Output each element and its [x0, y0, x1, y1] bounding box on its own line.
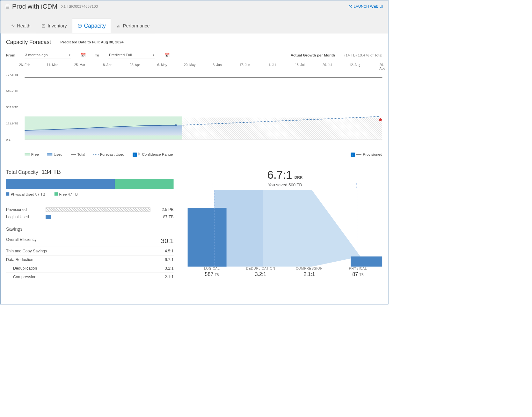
predicted-date-full: Predicted Date to Full: Aug 30, 2024 — [60, 40, 123, 44]
x-tick: 26. Aug — [379, 63, 385, 70]
drr-stage-logical: LOGICAL 587 TB — [187, 267, 236, 278]
x-tick: 29. Jul — [323, 63, 332, 67]
savings-dedup-label: Deduplication — [6, 266, 37, 271]
calendar-icon[interactable]: 📅 — [81, 53, 86, 58]
x-tick: 1. Jul — [268, 63, 276, 67]
drr-ratio: 6.7:1DRR — [267, 169, 303, 181]
svg-rect-2 — [6, 7, 9, 8]
legend-total[interactable]: Total — [71, 153, 85, 157]
drr-stage-comp: COMPRESSION 2.1:1 — [285, 267, 334, 278]
health-icon — [11, 24, 15, 28]
from-label: From — [6, 53, 15, 57]
drr-funnel-chart — [187, 190, 382, 267]
launch-web-ui-link[interactable]: LAUNCH WEB UI — [348, 4, 383, 9]
legend-forecast-used[interactable]: Forecast Used — [94, 153, 124, 157]
y-tick: 545.7 TB — [6, 89, 18, 93]
tabs: Health Inventory Capacity Performance — [5, 19, 383, 33]
savings-overall-value: 30:1 — [161, 237, 174, 245]
drr-stage-dedup: DEDUPLICATION 3.2:1 — [236, 267, 285, 278]
used-line — [25, 124, 182, 136]
chevron-down-icon: ▼ — [69, 54, 71, 56]
legend-confidence[interactable]: ✓Confidence Range — [133, 152, 173, 157]
savings-dedup-value: 3.2:1 — [165, 266, 174, 271]
svg-rect-14 — [351, 257, 382, 267]
free-legend: Free 47 TB — [55, 192, 78, 197]
tab-performance[interactable]: Performance — [111, 19, 155, 33]
x-tick: 22. Apr — [129, 63, 140, 67]
checkbox-icon[interactable]: ✓ — [351, 153, 355, 157]
svg-rect-3 — [42, 24, 45, 27]
svg-rect-0 — [6, 5, 9, 6]
svg-point-10 — [175, 124, 177, 126]
y-tick: 181.9 TB — [6, 122, 18, 125]
to-label: To — [95, 53, 99, 57]
tab-inventory[interactable]: Inventory — [36, 19, 72, 33]
tab-health[interactable]: Health — [5, 19, 36, 33]
x-tick: 15. Jul — [295, 63, 304, 67]
savings-dr-value: 6.7:1 — [165, 257, 174, 262]
x-tick: 26. Feb — [19, 63, 30, 67]
savings-overall-label: Overall Efficiency — [6, 237, 37, 245]
drr-stage-physical: PHYSICAL 87 TB — [334, 267, 383, 278]
x-tick: 8. Apr — [103, 63, 112, 67]
svg-rect-1 — [6, 6, 9, 7]
savings-title: Savings — [6, 227, 174, 232]
x-tick: 25. Mar — [74, 63, 85, 67]
savings-comp-value: 2.1:1 — [165, 275, 174, 279]
savings-thin-value: 4.5:1 — [165, 249, 174, 254]
savings-thin-label: Thin and Copy Savings — [6, 249, 47, 254]
total-capacity-value: 134 TB — [41, 168, 61, 176]
logical-used-label: Logical Used — [6, 215, 41, 220]
provisioned-label: Provisioned — [6, 207, 41, 212]
x-tick: 3. Jun — [213, 63, 222, 67]
savings-dr-label: Data Reduction — [6, 257, 33, 262]
growth-value: (14 TB) 10.4 % of Total — [344, 53, 382, 57]
provisioned-value: 2.5 PB — [155, 207, 173, 212]
legend-used[interactable]: Used — [47, 153, 62, 157]
growth-label: Actual Growth per Month — [291, 53, 335, 57]
forecast-chart: 26. Feb11. Mar25. Mar8. Apr22. Apr6. May… — [6, 63, 382, 149]
x-tick: 11. Mar — [47, 63, 58, 67]
to-dropdown[interactable]: Predicted Full ▼ — [108, 52, 155, 58]
capacity-bar-used — [6, 179, 115, 189]
y-tick: 363.8 TB — [6, 105, 18, 109]
svg-point-6 — [78, 24, 82, 26]
page-subtitle: X1 | SIO00174657100 — [61, 4, 98, 9]
y-tick: 0 B — [6, 138, 11, 142]
checkbox-icon[interactable]: ✓ — [133, 153, 137, 157]
chevron-down-icon: ▼ — [152, 54, 155, 56]
legend-free[interactable]: Free — [25, 153, 39, 157]
tab-capacity[interactable]: Capacity — [72, 19, 111, 33]
logical-used-bar — [46, 215, 51, 219]
legend-provisioned[interactable]: ✓Provisioned — [351, 153, 382, 157]
x-tick: 20. May — [184, 63, 195, 67]
page-title: Prod with iCDM — [5, 3, 57, 10]
x-tick: 12. Aug — [349, 63, 361, 67]
capacity-forecast-title: Capacity Forecast — [6, 39, 51, 45]
external-link-icon — [348, 5, 352, 9]
x-tick: 6. May — [157, 63, 167, 67]
capacity-bar-free — [115, 179, 174, 189]
full-point-icon — [379, 118, 382, 121]
x-tick: 17. Jun — [239, 63, 250, 67]
svg-rect-13 — [187, 208, 226, 267]
inventory-icon — [41, 24, 46, 28]
provisioned-bar — [46, 207, 150, 212]
performance-icon — [116, 24, 121, 28]
from-dropdown[interactable]: 3 months ago ▼ — [25, 52, 71, 58]
logical-used-value: 87 TB — [155, 215, 173, 220]
physical-used-legend: Physical Used 87 TB — [6, 192, 45, 197]
total-capacity-label: Total Capacity — [6, 169, 38, 175]
capacity-icon — [77, 24, 82, 28]
capacity-bar — [6, 179, 174, 189]
calendar-icon[interactable]: 📅 — [164, 53, 170, 58]
y-tick: 727.6 TB — [6, 73, 18, 76]
storage-icon — [5, 4, 10, 9]
savings-comp-label: Compression — [6, 275, 36, 279]
provisioned-line — [25, 77, 382, 78]
svg-marker-12 — [263, 190, 361, 267]
